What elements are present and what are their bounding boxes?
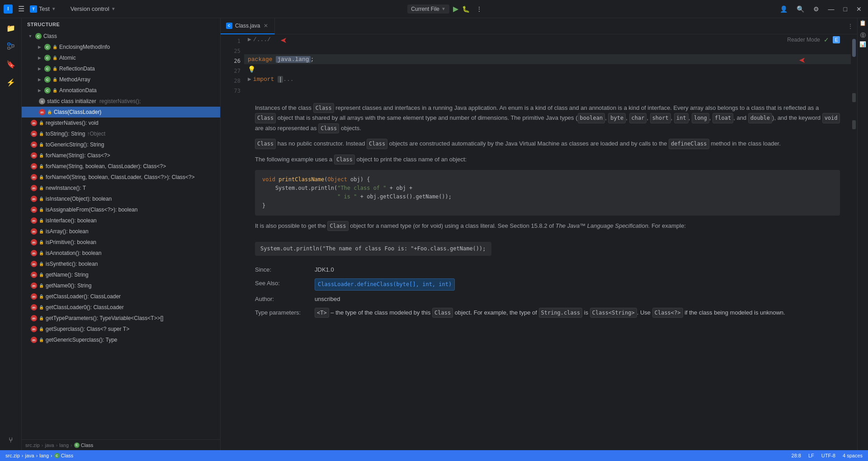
version-control-btn[interactable]: Version control ▼	[71, 5, 116, 12]
status-position[interactable]: 28:8	[792, 453, 801, 458]
breadcrumb-class[interactable]: C Class	[74, 442, 94, 448]
classloader-icon: m	[39, 109, 45, 115]
maximize-button[interactable]: □	[841, 4, 850, 14]
current-file-button[interactable]: Current File ▼	[407, 5, 449, 14]
sidebar: Structure ▼ C Class ▶ C 🔒 EnclosingMetho…	[22, 18, 221, 450]
tree-item-registernatives[interactable]: m 🔒 registerNatives(): void	[22, 118, 220, 128]
tree-item-gettypeparams[interactable]: m 🔒 getTypeParameters(): TypeVariable<Cl…	[22, 313, 220, 324]
gn0-lock-icon: 🔒	[39, 283, 44, 288]
atomic-label: Atomic	[59, 55, 76, 61]
gcl0-icon: m	[31, 304, 37, 310]
tree-item-isprimitive[interactable]: m 🔒 isPrimitive(): boolean	[22, 237, 220, 248]
code-line-26-wrapper: package java.lang ; ➤	[244, 54, 851, 64]
settings-button[interactable]: ⚙	[811, 4, 822, 14]
status-indent[interactable]: 4 spaces	[843, 453, 863, 458]
right-panel-icon-3[interactable]: 📊	[859, 41, 866, 47]
tree-root-class[interactable]: ▼ C Class	[22, 31, 220, 42]
tree-item-issynthetic[interactable]: m 🔒 isSynthetic(): boolean	[22, 259, 220, 269]
line-26: 26	[221, 56, 244, 66]
more-button[interactable]: ⋮	[473, 4, 485, 14]
activity-structure-icon[interactable]	[3, 38, 19, 54]
tree-item-getname0[interactable]: m 🔒 getName0(): String	[22, 280, 220, 291]
profile-button[interactable]: 👤	[777, 4, 790, 14]
breadcrumb-srczip[interactable]: src.zip	[25, 442, 40, 448]
close-button[interactable]: ✕	[854, 4, 864, 14]
doc-class-code-7: Class	[327, 221, 348, 231]
iif-icon: m	[31, 217, 37, 224]
tree-item-isarray[interactable]: m 🔒 isArray(): boolean	[22, 226, 220, 237]
doc-since-row: Since: JDK1.0	[255, 265, 840, 275]
status-lf[interactable]: LF	[808, 453, 814, 458]
breadcrumb-java[interactable]: java	[45, 442, 54, 448]
tree-item-forname2[interactable]: m 🔒 forName(String, boolean, ClassLoader…	[22, 161, 220, 172]
scrollbar-marker-1	[852, 93, 856, 102]
rn-icon: m	[31, 120, 37, 126]
right-scrollbar[interactable]	[851, 34, 857, 450]
doc-defineclass: defineClass	[669, 139, 709, 149]
tree-item-newinstance[interactable]: m 🔒 newInstance(): T	[22, 183, 220, 193]
reader-mode-label[interactable]: Reader Mode	[787, 37, 820, 43]
tree-item-getgenericsuperclass[interactable]: m 🔒 getGenericSuperclass(): Type	[22, 334, 220, 345]
tab-java-icon: C	[226, 23, 232, 29]
tree-arrow-class: ▼	[27, 33, 33, 39]
tree-item-annotation[interactable]: ▶ C 🔒 AnnotationData	[22, 85, 220, 96]
code-content-1[interactable]: ▶ /.../	[244, 34, 851, 44]
minimize-button[interactable]: —	[826, 4, 837, 14]
breadcrumb-lang[interactable]: lang	[59, 442, 69, 448]
search-button[interactable]: 🔍	[794, 4, 807, 14]
tree-item-reflection[interactable]: ▶ C 🔒 ReflectionData	[22, 63, 220, 74]
activity-run-icon[interactable]: ⚡	[3, 74, 19, 90]
debug-button[interactable]: 🐛	[462, 5, 470, 13]
tree-item-getname[interactable]: m 🔒 getName(): String	[22, 269, 220, 280]
doc-spec-italic: The Java™ Language Specification.	[556, 222, 650, 229]
tab-action-more[interactable]: ⋮	[847, 23, 854, 30]
doc-typeparams-row: Type parameters: <T> – the type of the c…	[255, 308, 840, 318]
tree-item-tostring[interactable]: m 🔒 toString(): String ↑Object	[22, 128, 220, 139]
tree-item-isassignable[interactable]: m 🔒 isAssignableFrom(Class<?>): boolean	[22, 204, 220, 215]
code-ex-line4: }	[262, 202, 833, 210]
tab-actions: ⋮	[844, 23, 857, 30]
tree-item-isinterface[interactable]: m 🔒 isInterface(): boolean	[22, 215, 220, 226]
right-panel-icon-1[interactable]: 📋	[859, 20, 866, 26]
right-panel-icon-2[interactable]: ⓪	[860, 32, 866, 39]
code-line-28[interactable]: ▶ import | ...	[244, 74, 851, 84]
activity-git-icon[interactable]: ⑂	[3, 432, 19, 448]
doc-seealso-value[interactable]: ClassLoader.defineClass(byte[], int, int…	[315, 278, 455, 290]
atomic-icon: C	[44, 55, 51, 61]
code-content-26[interactable]: package java.lang ;	[244, 54, 851, 64]
menu-icon[interactable]: ☰	[16, 3, 26, 15]
status-encoding[interactable]: UTF-8	[821, 453, 835, 458]
tree-item-atomic[interactable]: ▶ C 🔒 Atomic	[22, 52, 220, 63]
ts-icon: m	[31, 131, 37, 137]
tree-item-isannotation[interactable]: m 🔒 isAnnotation(): boolean	[22, 248, 220, 259]
status-srczip[interactable]: src.zip › java › lang › C Class	[5, 453, 73, 458]
code-line-1: ▶ /.../ ➤	[244, 34, 851, 44]
project-name[interactable]: T Test ▼	[30, 5, 56, 13]
annotation-lock-icon: 🔒	[52, 88, 57, 93]
run-button[interactable]: ▶	[453, 5, 458, 13]
tree-item-getclassloader0[interactable]: m 🔒 getClassLoader0(): ClassLoader	[22, 302, 220, 313]
enclosing-icon: C	[44, 44, 51, 50]
tree-item-getsuperclass[interactable]: m 🔒 getSuperclass(): Class<? super T>	[22, 324, 220, 334]
tree-item-classloader[interactable]: m 🔒 Class(ClassLoader)	[22, 107, 220, 118]
tree-item-togenericstring[interactable]: m 🔒 toGenericString(): String	[22, 139, 220, 150]
tab-close-button[interactable]: ✕	[263, 22, 269, 30]
tree-item-getclassloader[interactable]: m 🔒 getClassLoader(): ClassLoader	[22, 291, 220, 302]
lightbulb-icon[interactable]: 💡	[248, 66, 255, 73]
activity-project-icon[interactable]: 📁	[3, 20, 19, 36]
doc-class-code-2: Class	[255, 113, 276, 123]
doc-double: double	[748, 113, 772, 123]
doc-panel: Instances of the class Class represent c…	[244, 94, 851, 330]
doc-para3: The following example uses a Class objec…	[255, 155, 840, 165]
gtp-lock-icon: 🔒	[39, 316, 44, 320]
class-java-tab[interactable]: C Class.java ✕	[221, 18, 275, 34]
tree-item-methodarray[interactable]: ▶ C 🔒 MethodArray	[22, 74, 220, 85]
tree-item-forname[interactable]: m 🔒 forName(String): Class<?>	[22, 150, 220, 161]
tree-item-forname0[interactable]: m 🔒 forName0(String, boolean, ClassLoade…	[22, 172, 220, 183]
activity-find-icon[interactable]: 🔖	[3, 56, 19, 72]
scrollbar-thumb	[852, 39, 856, 57]
doc-since-value: JDK1.0	[315, 265, 334, 275]
tree-item-static-init[interactable]: s static class initializer registerNativ…	[22, 96, 220, 107]
tree-item-enclosing[interactable]: ▶ C 🔒 EnclosingMethodInfo	[22, 42, 220, 52]
tree-item-isinstance[interactable]: m 🔒 isInstance(Object): boolean	[22, 193, 220, 204]
